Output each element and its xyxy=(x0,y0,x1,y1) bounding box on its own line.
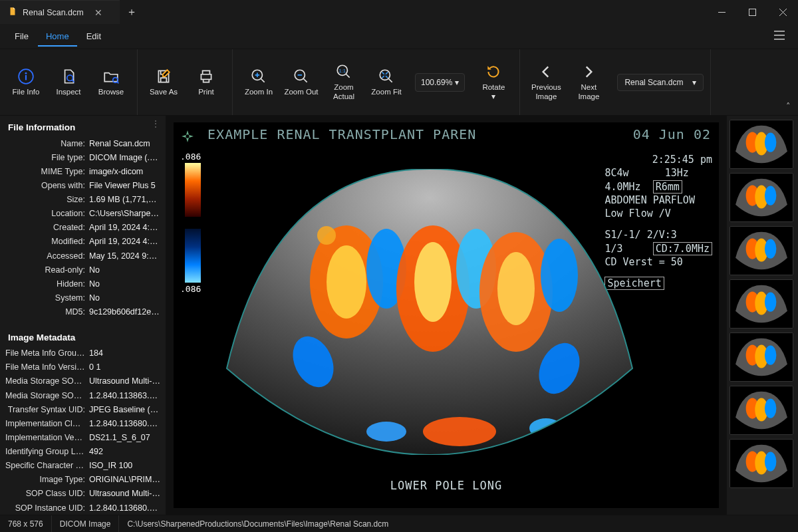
property-value: April 19, 2024 4:23 PM xyxy=(89,235,160,247)
property-key: Identifying Group Len... xyxy=(5,446,85,458)
thumbnail-strip[interactable] xyxy=(726,116,798,515)
new-tab-button[interactable]: ＋ xyxy=(120,0,144,24)
property-row: Read-only:No xyxy=(5,263,160,277)
property-row: Opens with:File Viewer Plus 5 xyxy=(5,178,160,192)
close-window-button[interactable] xyxy=(767,0,798,24)
property-row: Specific Character Set:ISO_IR 100 xyxy=(5,459,160,473)
thumbnail[interactable] xyxy=(730,173,793,222)
browse-button[interactable]: Browse xyxy=(92,56,130,109)
chevron-down-icon: ▾ xyxy=(692,78,696,87)
colorbar-icon xyxy=(185,163,201,283)
property-key: Media Storage SOP Ins... xyxy=(5,390,85,402)
menu-file[interactable]: File xyxy=(7,26,37,47)
document-tab[interactable]: Renal Scan.dcm ✕ xyxy=(0,0,120,24)
folder-icon xyxy=(102,68,120,85)
svg-point-3 xyxy=(25,72,27,74)
hamburger-icon[interactable] xyxy=(767,25,791,47)
drag-handle-icon[interactable]: ⋮ xyxy=(151,118,162,129)
file-info-list: Name:Renal Scan.dcmFile type:DICOM Image… xyxy=(0,135,166,326)
print-icon xyxy=(198,68,215,85)
minimize-button[interactable] xyxy=(706,0,737,24)
thumbnail[interactable] xyxy=(730,226,793,275)
property-row: File type:DICOM Image (.dcm) xyxy=(5,150,160,164)
image-selector[interactable]: Renal Scan.dcm ▾ xyxy=(617,74,704,91)
property-row: File Meta Info Group L...184 xyxy=(5,346,160,360)
chevron-left-icon xyxy=(537,63,555,80)
zoom-fit-button[interactable]: Zoom Fit xyxy=(367,56,406,109)
print-button[interactable]: Print xyxy=(187,56,225,109)
svg-point-43 xyxy=(765,292,777,311)
property-key: SOP Class UID: xyxy=(5,487,85,499)
svg-point-55 xyxy=(765,452,777,471)
save-as-button[interactable]: Save As xyxy=(144,56,183,109)
property-row: SOP Instance UID:1.2.840.113680.1.1... xyxy=(5,501,160,515)
property-key: Media Storage SOP Cla... xyxy=(5,375,85,387)
image-metadata-list: File Meta Info Group L...184File Meta In… xyxy=(0,345,166,515)
property-key: SOP Instance UID: xyxy=(5,502,85,514)
property-value: 492 xyxy=(89,446,160,458)
property-value: ORIGINAL\PRIMA... xyxy=(89,473,160,485)
scan-footer: LOWER POLE LONG xyxy=(174,479,719,492)
menu-edit[interactable]: Edit xyxy=(78,26,109,47)
property-row: Name:Renal Scan.dcm xyxy=(5,136,160,150)
ribbon: File Info Inspect Browse Save As Print xyxy=(0,49,798,116)
status-type: DICOM Image xyxy=(52,515,120,532)
window-controls xyxy=(706,0,798,24)
svg-text:1:1: 1:1 xyxy=(339,68,346,74)
scan-date: 04 Jun 02 xyxy=(633,126,711,142)
file-icon xyxy=(8,7,17,18)
svg-point-21 xyxy=(541,239,578,312)
close-icon[interactable]: ✕ xyxy=(94,7,102,18)
thumbnail[interactable] xyxy=(730,332,793,382)
collapse-ribbon-icon[interactable]: ˄ xyxy=(778,49,798,115)
property-key: Read-only: xyxy=(5,264,85,276)
next-image-button[interactable]: Next Image xyxy=(569,56,608,109)
property-value: 184 xyxy=(89,347,160,359)
property-value: ISO_IR 100 xyxy=(89,460,160,471)
prev-image-button[interactable]: Previous Image xyxy=(527,56,565,109)
svg-point-24 xyxy=(423,417,496,446)
status-dimensions: 768 x 576 xyxy=(0,515,52,532)
svg-point-17 xyxy=(414,242,452,322)
property-value: image/x-dicom xyxy=(89,166,160,178)
property-value: May 15, 2024 9:20 AM xyxy=(89,250,160,262)
tab-title: Renal Scan.dcm xyxy=(23,8,84,17)
inspect-button[interactable]: Inspect xyxy=(49,56,88,109)
svg-point-20 xyxy=(497,252,535,325)
svg-point-35 xyxy=(765,186,777,205)
property-row: File Meta Info Version:0 1 xyxy=(5,360,160,374)
zoom-fit-icon xyxy=(378,68,395,85)
file-info-heading: File Information xyxy=(0,116,166,135)
rotate-button[interactable]: Rotate▾ xyxy=(474,56,513,109)
thumbnail[interactable] xyxy=(730,386,793,435)
menu-home[interactable]: Home xyxy=(38,26,77,47)
property-row: SOP Class UID:Ultrasound Multi-f... xyxy=(5,487,160,501)
zoom-out-button[interactable]: Zoom Out xyxy=(282,56,321,109)
property-key: File type: xyxy=(5,152,85,164)
svg-point-51 xyxy=(765,398,777,418)
svg-point-27 xyxy=(317,226,336,245)
maximize-button[interactable] xyxy=(737,0,767,24)
thumbnail[interactable] xyxy=(730,439,793,488)
zoom-in-button[interactable]: Zoom In xyxy=(239,56,278,109)
svg-point-39 xyxy=(765,239,777,258)
zoom-dropdown[interactable]: 100.69% ▾ xyxy=(415,73,465,92)
property-key: Modified: xyxy=(5,235,85,247)
property-value: 1.2.840.113680.1.1... xyxy=(89,502,160,514)
property-key: System: xyxy=(5,292,85,304)
property-value: DS21.1_S_6_07 xyxy=(89,432,160,444)
save-icon xyxy=(155,68,172,85)
svg-rect-1 xyxy=(749,9,755,15)
chevron-down-icon: ▾ xyxy=(491,92,495,100)
file-info-button[interactable]: File Info xyxy=(7,56,45,109)
property-key: Transfer Syntax UID: xyxy=(5,404,85,416)
property-value: April 19, 2024 4:23 PM xyxy=(89,221,160,233)
zoom-actual-button[interactable]: 1:1 Zoom Actual xyxy=(325,56,363,109)
thumbnail[interactable] xyxy=(730,120,793,169)
property-key: Accessed: xyxy=(5,250,85,262)
svg-rect-0 xyxy=(718,12,726,13)
thumbnail[interactable] xyxy=(730,279,793,329)
property-row: MIME Type:image/x-dicom xyxy=(5,164,160,178)
property-value: No xyxy=(89,292,160,304)
property-key: MIME Type: xyxy=(5,166,85,178)
